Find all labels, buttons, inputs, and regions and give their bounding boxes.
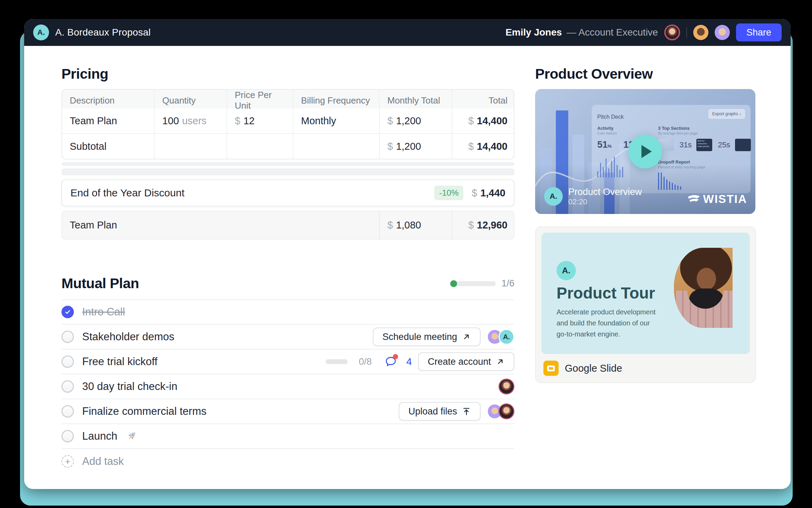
task-list: Intro Call Stakeholder demos Schedule me…: [61, 299, 514, 474]
checkbox-unchecked[interactable]: [61, 355, 74, 368]
tour-source-label: Google Slide: [565, 363, 622, 374]
task-label: Intro Call: [82, 306, 125, 318]
task-row-free-trial-kickoff: Free trial kickoff 0/8 4 C: [61, 350, 514, 374]
assignee-avatars: A.: [487, 329, 514, 345]
create-account-button[interactable]: Create account: [418, 352, 514, 371]
comments-indicator[interactable]: [385, 356, 397, 368]
upload-icon: [462, 407, 471, 416]
viewer-avatar-2[interactable]: [715, 25, 730, 40]
task-right: [499, 379, 514, 394]
currency-symbol: $: [468, 115, 474, 127]
unread-dot: [393, 354, 398, 359]
wistia-logo: WISTIA: [687, 193, 747, 206]
checkbox-checked[interactable]: [61, 306, 74, 318]
monthly-total-value: 1,200: [396, 115, 421, 127]
mutual-plan-heading: Mutual Plan: [61, 275, 139, 292]
final-row-label: Team Plan: [62, 211, 379, 239]
task-label: Free trial kickoff: [82, 355, 157, 368]
button-label: Upload files: [408, 406, 457, 417]
arrow-up-right-icon: [462, 332, 471, 341]
upload-files-button[interactable]: Upload files: [399, 402, 481, 421]
product-overview-heading: Product Overview: [535, 66, 756, 82]
cell-total: $ 14,400: [452, 108, 514, 133]
cell-subtotal-label: Subtotal: [62, 134, 154, 159]
top-bar-right: Emily Jones — Account Executive Share: [505, 23, 782, 41]
assignee-avatar-initial[interactable]: A.: [499, 329, 514, 345]
discount-label: End of the Year Discount: [70, 187, 184, 199]
wistia-flag-icon: [687, 194, 700, 204]
assignee-avatars: [487, 403, 514, 419]
column-header-description: Description: [62, 90, 154, 111]
cell-price-per-unit[interactable]: $ 12: [226, 108, 293, 133]
proposal-logo-avatar: A.: [33, 25, 49, 40]
viewer-avatar-1[interactable]: [693, 25, 708, 40]
progress-indicator: [450, 280, 457, 287]
task-label: 30 day trial check-in: [82, 380, 177, 393]
assignee-avatar[interactable]: [499, 379, 514, 394]
task-left: Stakeholder demos: [61, 331, 174, 343]
app-window: A. A. Bordeaux Proposal Emily Jones — Ac…: [24, 19, 791, 489]
product-tour-slide: A. Product Tour Accelerate product devel…: [541, 233, 750, 354]
pricing-heading: Pricing: [61, 66, 514, 82]
arrow-up-right-icon: [496, 357, 505, 366]
currency-symbol: $: [235, 115, 240, 127]
currency-symbol: $: [387, 115, 393, 127]
owner-role: — Account Executive: [567, 27, 658, 38]
task-label: Launch: [82, 430, 117, 442]
table-row-team-plan: Team Plan 100 users $ 12 Monthly $ 1,200: [62, 108, 514, 133]
quantity-value: 100: [162, 115, 179, 127]
task-row-launch: Launch: [61, 424, 514, 449]
checkbox-unchecked[interactable]: [61, 331, 74, 343]
pricing-table-header: Description Quantity Price Per Unit Bill…: [62, 90, 514, 108]
final-row-total: $ 12,960: [452, 211, 514, 239]
play-button[interactable]: [628, 135, 662, 168]
plus-icon[interactable]: +: [61, 455, 74, 468]
owner-avatar[interactable]: [664, 25, 680, 40]
task-right: Schedule meeting A.: [373, 328, 514, 346]
currency-symbol: $: [387, 219, 393, 231]
checkbox-unchecked[interactable]: [61, 380, 74, 393]
column-header-billing-frequency: Billing Frequency: [293, 90, 379, 111]
currency-symbol: $: [468, 141, 474, 152]
tour-photo: [674, 248, 733, 328]
tour-description: Accelerate product development and build…: [557, 306, 660, 340]
tour-title: Product Tour: [557, 284, 655, 302]
discount-amount: $1,440: [472, 187, 505, 199]
owner-name: Emily Jones: [505, 27, 562, 38]
assignee-avatar[interactable]: [499, 403, 514, 419]
cell-subtotal-total: $ 14,400: [452, 134, 514, 159]
proposal-logo-initial: A.: [37, 28, 45, 37]
subtask-progress-pill: [326, 359, 348, 364]
video-title: Product Overview: [568, 186, 642, 197]
add-task-row[interactable]: + Add task: [61, 449, 514, 474]
task-left: + Add task: [61, 455, 124, 468]
column-header-total: Total: [452, 90, 514, 111]
page-background: A. A. Bordeaux Proposal Emily Jones — Ac…: [0, 0, 812, 508]
task-left: Intro Call: [61, 306, 125, 318]
tour-avatar: A.: [557, 261, 576, 280]
check-icon: [64, 308, 71, 316]
progress-label: 1/6: [501, 278, 514, 289]
final-row-monthly: $ 1,080: [379, 211, 452, 239]
cell-quantity[interactable]: 100 users: [154, 108, 226, 133]
checkbox-unchecked[interactable]: [61, 430, 74, 442]
subtotal-total-value: 14,400: [477, 141, 508, 152]
task-row-30-day-check-in: 30 day trial check-in: [61, 374, 514, 399]
top-bar-left: A. A. Bordeaux Proposal: [33, 25, 151, 40]
checkbox-unchecked[interactable]: [61, 405, 74, 418]
task-row-stakeholder-demos: Stakeholder demos Schedule meeting A.: [61, 325, 514, 350]
product-overview-video[interactable]: Pitch Deck Export graphs ↓ Activity Core…: [535, 89, 755, 214]
product-tour-card[interactable]: A. Product Tour Accelerate product devel…: [535, 226, 756, 383]
currency-symbol: $: [387, 141, 393, 152]
rocket-icon: [126, 430, 137, 442]
video-avatar-initial: A.: [550, 192, 557, 201]
main-content: Pricing Description Quantity Price Per U…: [61, 46, 514, 474]
discount-amount-value: 1,440: [480, 187, 505, 198]
cell-billing-frequency[interactable]: Monthly: [293, 108, 379, 133]
video-duration: 02:20: [568, 197, 642, 206]
share-button[interactable]: Share: [736, 23, 782, 41]
task-right: Upload files: [399, 402, 514, 421]
table-row-subtotal: Subtotal $ 1,200 $ 14,400: [62, 133, 514, 159]
schedule-meeting-button[interactable]: Schedule meeting: [373, 328, 481, 346]
mutual-plan-progress: 1/6: [451, 278, 514, 289]
